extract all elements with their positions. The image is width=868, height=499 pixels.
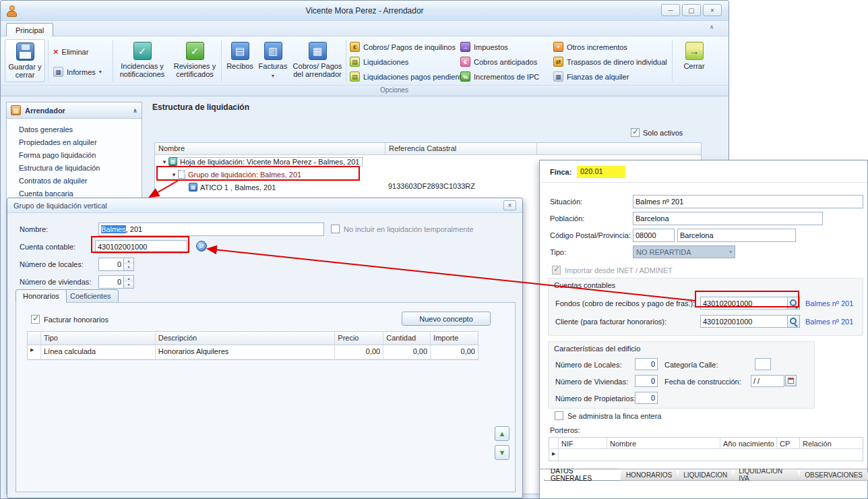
sidebar-item-propiedades[interactable]: Propiedades en alquiler: [19, 138, 142, 146]
column-header-relacion[interactable]: Relación: [800, 438, 863, 448]
tab-principal[interactable]: Principal: [6, 23, 53, 36]
calendar-button[interactable]: [785, 375, 797, 386]
column-header-nombre[interactable]: Nombre: [155, 143, 385, 154]
traspasos-button[interactable]: ⇄ Traspasos de dinero individual: [553, 56, 667, 67]
move-up-button[interactable]: ▲: [495, 426, 509, 441]
step-up-icon[interactable]: ▲: [124, 276, 133, 282]
move-down-button[interactable]: ▼: [495, 445, 509, 460]
step-down-icon[interactable]: ▼: [124, 282, 133, 288]
column-header-ano-nacimiento[interactable]: Año nacimiento: [720, 438, 777, 448]
tenant-payments-icon: €: [350, 42, 360, 52]
cobros-inquilinos-button[interactable]: € Cobros/ Pagos de inquilinos: [350, 41, 456, 53]
column-header-tipo[interactable]: Tipo: [41, 332, 156, 345]
cell-cantidad: 0,00: [383, 345, 431, 359]
close-button[interactable]: ×: [703, 4, 722, 16]
fianzas-button[interactable]: ▦ Fianzas de alquiler: [553, 71, 629, 82]
tab-liquidacion[interactable]: LIQUIDACION: [677, 469, 734, 481]
column-header-descripcion[interactable]: Descripción: [156, 332, 336, 345]
incrementos-ipc-button[interactable]: % Incrementos de IPC: [460, 71, 539, 82]
column-header-precio[interactable]: Precio: [335, 332, 383, 345]
fondos-link[interactable]: Balmes nº 201: [805, 299, 853, 307]
unit-icon: ▦: [189, 183, 197, 192]
cliente-search-button[interactable]: [788, 315, 800, 328]
column-header-cp[interactable]: CP: [777, 438, 800, 448]
dialog-titlebar: Grupo de liquidación vertical ×: [7, 198, 522, 213]
maximize-button[interactable]: ▢: [682, 4, 701, 16]
cobros-arrendador-button[interactable]: ▦ Cobros/ Pagos del arrendador: [290, 39, 344, 82]
column-header-nombre[interactable]: Nombre: [607, 438, 720, 448]
sidebar-item-cuenta-bancaria[interactable]: Cuenta bancaria: [19, 189, 142, 198]
tab-datos-generales[interactable]: DATOS GENERALES: [544, 469, 621, 481]
incidencias-button[interactable]: ✓ Incidencias y notificaciones: [117, 39, 168, 82]
impuestos-button[interactable]: → Impuestos: [460, 41, 508, 53]
sidebar-item-forma-pago[interactable]: Forma pago liquidación: [19, 151, 142, 159]
column-header-nif[interactable]: NIF: [559, 438, 607, 448]
step-down-icon[interactable]: ▼: [124, 264, 133, 270]
situacion-input[interactable]: [633, 195, 863, 208]
recibos-button[interactable]: ▤ Recibos: [224, 39, 255, 82]
sidebar-item-datos-generales[interactable]: Datos generales: [19, 125, 142, 134]
tab-liquidacion-iva[interactable]: LIQUIDACION IVA: [732, 469, 800, 481]
liquidaciones-pendientes-button[interactable]: ▤ Liquidaciones pagos pendientes: [350, 71, 469, 82]
porteros-table: NIF Nombre Año nacimiento CP Relación ▶: [549, 437, 863, 461]
fondos-search-button[interactable]: [788, 297, 800, 310]
incidents-checklist-icon: ✓: [133, 42, 152, 60]
tab-honorarios[interactable]: Honorarios: [16, 289, 67, 303]
facturas-button[interactable]: ▥ Facturas ▾: [257, 39, 289, 82]
poblacion-input[interactable]: [633, 212, 823, 225]
num-locales-input[interactable]: [635, 358, 658, 370]
liquidaciones-button[interactable]: ▤ Liquidaciones: [350, 56, 408, 67]
column-header-cantidad[interactable]: Cantidad: [383, 332, 431, 345]
cobros-anticipados-button[interactable]: € Cobros anticipados: [460, 56, 537, 67]
expander-icon[interactable]: ▾: [160, 158, 168, 165]
nombre-input[interactable]: Balmes , 201: [98, 223, 324, 236]
otros-incrementos-button[interactable]: + Otros incrementos: [553, 41, 627, 53]
num-viviendas-input[interactable]: [635, 375, 658, 387]
receipts-icon: ▤: [231, 42, 249, 60]
step-up-icon[interactable]: ▲: [124, 258, 133, 264]
num-propietarios-label: Número de Propietarios:: [555, 394, 636, 403]
account-sync-icon[interactable]: ⇄: [196, 241, 207, 252]
num-propietarios-input[interactable]: [635, 392, 658, 404]
sidebar-item-contratos[interactable]: Contratos de alquiler: [19, 177, 142, 185]
column-header-referencia[interactable]: Referencia Catastral: [385, 143, 537, 154]
grid-row[interactable]: ▶ Línea calculada Honorarios Alquileres …: [28, 345, 478, 359]
cuenta-contable-input[interactable]: [95, 240, 187, 254]
fecha-construccion-input[interactable]: [751, 375, 784, 387]
dialog-close-button[interactable]: ×: [503, 200, 516, 210]
codigo-postal-input[interactable]: [633, 229, 675, 242]
tab-coeficientes[interactable]: Coeficientes: [63, 289, 119, 303]
column-header-importe[interactable]: Importe: [431, 332, 478, 345]
revisiones-button[interactable]: ✓ Revisiones y certificados: [170, 39, 219, 82]
eliminar-button[interactable]: × Eliminar: [53, 46, 88, 57]
numero-viviendas-stepper[interactable]: ▲▼: [98, 275, 134, 289]
facturar-honorarios-label: Facturar honorarios: [44, 316, 108, 324]
caracteristicas-group: Características del edificio Número de L…: [548, 341, 815, 409]
no-incluir-checkbox[interactable]: [331, 225, 340, 233]
provincia-input[interactable]: [677, 229, 796, 242]
porteros-empty-row[interactable]: ▶: [549, 449, 863, 461]
ribbon-collapse-chevron-icon[interactable]: ∧: [706, 24, 718, 34]
administra-finca-checkbox[interactable]: [555, 411, 563, 420]
tab-honorarios[interactable]: HONORARIOS: [619, 469, 679, 481]
nuevo-concepto-button[interactable]: Nuevo concepto: [402, 312, 491, 326]
facturar-honorarios-checkbox[interactable]: [31, 315, 40, 324]
tab-observaciones[interactable]: OBSERVACIONES: [798, 469, 868, 481]
numero-viviendas-input[interactable]: [98, 275, 124, 289]
numero-locales-input[interactable]: [98, 258, 124, 271]
minimize-button[interactable]: ─: [661, 4, 680, 16]
expander-icon[interactable]: ▾: [170, 171, 178, 178]
informes-button[interactable]: ▦ Informes ▾: [53, 66, 102, 78]
sidebar-collapse-chevron-icon[interactable]: ∧: [133, 107, 137, 114]
tipo-select[interactable]: NO REPARTIDA ▾: [633, 245, 735, 258]
sidebar-item-estructura[interactable]: Estructura de liquidación: [19, 164, 142, 172]
cliente-input[interactable]: [700, 315, 788, 328]
cerrar-button[interactable]: → Cerrar: [676, 39, 712, 82]
cliente-link[interactable]: Balmes nº 201: [805, 318, 853, 326]
categoria-calle-input[interactable]: [755, 358, 771, 370]
guardar-y-cerrar-button[interactable]: Guardar y cerrar: [5, 39, 45, 82]
numero-locales-stepper[interactable]: ▲▼: [98, 258, 134, 271]
sidebar-header[interactable]: ▦ Arrendador ∧: [7, 102, 142, 119]
solo-activos-checkbox[interactable]: [631, 128, 640, 137]
fondos-input[interactable]: [700, 297, 788, 310]
